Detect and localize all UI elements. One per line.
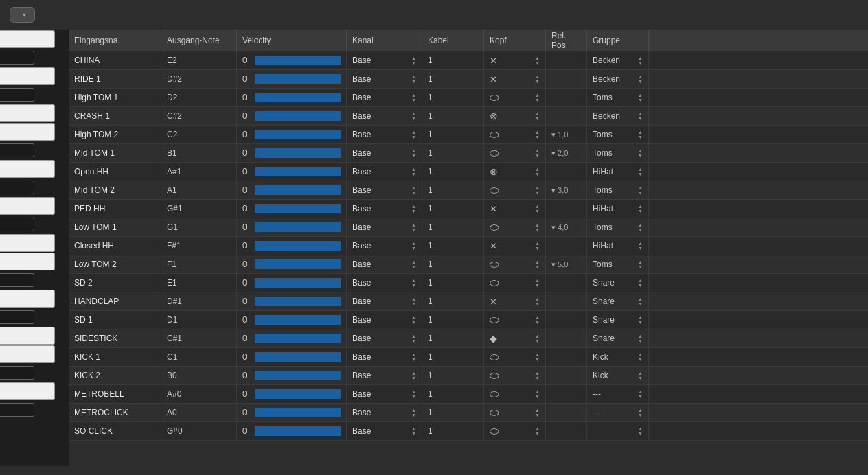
table-row[interactable]: KICK 1 C1 0 Base ▲ ▼ 1 ⬭ ▲ ▼ Kick ▲ ▼ xyxy=(69,348,868,367)
kanal-spinner[interactable]: ▲ ▼ xyxy=(411,204,416,213)
kopf-spinner[interactable]: ▲ ▼ xyxy=(535,371,540,380)
kanal-spinner[interactable]: ▲ ▼ xyxy=(411,241,416,251)
kanal-spinner[interactable]: ▲ ▼ xyxy=(411,148,416,158)
kopf-spinner[interactable]: ▲ ▼ xyxy=(535,185,540,195)
cell-velocity[interactable]: 0 xyxy=(237,311,347,329)
cell-velocity[interactable]: 0 xyxy=(237,348,347,366)
table-row[interactable]: METROBELL A#0 0 Base ▲ ▼ 1 ⬭ ▲ ▼ --- ▲ xyxy=(69,385,868,404)
velocity-bar[interactable] xyxy=(255,297,341,306)
gruppe-spinner[interactable]: ▲ ▼ xyxy=(638,167,643,176)
cell-velocity[interactable]: 0 xyxy=(237,51,347,69)
gruppe-spinner[interactable]: ▲ ▼ xyxy=(638,297,643,306)
kanal-spinner[interactable]: ▲ ▼ xyxy=(411,278,416,288)
table-row[interactable]: Open HH A#1 0 Base ▲ ▼ 1 ⊗ ▲ ▼ HiHat ▲ xyxy=(69,163,868,181)
kopf-spinner[interactable]: ▲ ▼ xyxy=(535,56,540,65)
velocity-bar[interactable] xyxy=(255,56,341,65)
gruppe-spinner[interactable]: ▲ ▼ xyxy=(638,56,643,65)
init-button[interactable]: ▾ xyxy=(10,7,35,23)
kopf-spinner[interactable]: ▲ ▼ xyxy=(535,408,540,417)
gruppe-spinner[interactable]: ▲ ▼ xyxy=(638,352,643,362)
table-row[interactable]: Mid TOM 1 B1 0 Base ▲ ▼ 1 ⬭ ▲ ▼ ▾ 2,0 To… xyxy=(69,144,868,163)
kanal-spinner[interactable]: ▲ ▼ xyxy=(411,259,416,269)
cell-velocity[interactable]: 0 xyxy=(237,385,347,403)
kopf-spinner[interactable]: ▲ ▼ xyxy=(535,204,540,213)
kopf-spinner[interactable]: ▲ ▼ xyxy=(535,315,540,325)
velocity-bar[interactable] xyxy=(255,148,341,158)
gruppe-spinner[interactable]: ▲ ▼ xyxy=(638,334,643,343)
gruppe-spinner[interactable]: ▲ ▼ xyxy=(638,222,643,232)
table-row[interactable]: METROCLICK A0 0 Base ▲ ▼ 1 ⬭ ▲ ▼ --- ▲ xyxy=(69,404,868,422)
kanal-spinner[interactable]: ▲ ▼ xyxy=(411,167,416,176)
table-row[interactable]: CHINA E2 0 Base ▲ ▼ 1 ✕ ▲ ▼ Becken ▲ ▼ xyxy=(69,51,868,70)
kanal-spinner[interactable]: ▲ ▼ xyxy=(411,56,416,65)
cell-velocity[interactable]: 0 xyxy=(237,163,347,181)
gruppe-spinner[interactable]: ▲ ▼ xyxy=(638,241,643,251)
kanal-spinner[interactable]: ▲ ▼ xyxy=(411,111,416,121)
cell-velocity[interactable]: 0 xyxy=(237,404,347,421)
cell-velocity[interactable]: 0 xyxy=(237,422,347,440)
velocity-bar[interactable] xyxy=(255,130,341,139)
table-row[interactable]: Mid TOM 2 A1 0 Base ▲ ▼ 1 ⬭ ▲ ▼ ▾ 3,0 To… xyxy=(69,181,868,200)
gruppe-spinner[interactable]: ▲ ▼ xyxy=(638,74,643,84)
velocity-bar[interactable] xyxy=(255,408,341,417)
table-row[interactable]: High TOM 2 C2 0 Base ▲ ▼ 1 ⬭ ▲ ▼ ▾ 1,0 T… xyxy=(69,126,868,144)
table-row[interactable]: SIDESTICK C#1 0 Base ▲ ▼ 1 ◆ ▲ ▼ Snare ▲ xyxy=(69,329,868,348)
kanal-spinner[interactable]: ▲ ▼ xyxy=(411,222,416,232)
kopf-spinner[interactable]: ▲ ▼ xyxy=(535,278,540,288)
kopf-spinner[interactable]: ▲ ▼ xyxy=(535,111,540,121)
gruppe-spinner[interactable]: ▲ ▼ xyxy=(638,130,643,139)
kanal-spinner[interactable]: ▲ ▼ xyxy=(411,297,416,306)
gruppe-spinner[interactable]: ▲ ▼ xyxy=(638,204,643,213)
cell-velocity[interactable]: 0 xyxy=(237,292,347,310)
table-row[interactable]: SO CLICK G#0 0 Base ▲ ▼ 1 ⬭ ▲ ▼ ▲ ▼ xyxy=(69,422,868,441)
cell-velocity[interactable]: 0 xyxy=(237,181,347,199)
cell-velocity[interactable]: 0 xyxy=(237,107,347,125)
gruppe-spinner[interactable]: ▲ ▼ xyxy=(638,426,643,436)
gruppe-spinner[interactable]: ▲ ▼ xyxy=(638,259,643,269)
velocity-bar[interactable] xyxy=(255,315,341,325)
gruppe-spinner[interactable]: ▲ ▼ xyxy=(638,389,643,399)
kanal-spinner[interactable]: ▲ ▼ xyxy=(411,408,416,417)
cell-velocity[interactable]: 0 xyxy=(237,218,347,236)
cell-velocity[interactable]: 0 xyxy=(237,274,347,292)
kanal-spinner[interactable]: ▲ ▼ xyxy=(411,74,416,84)
velocity-bar[interactable] xyxy=(255,352,341,362)
kopf-spinner[interactable]: ▲ ▼ xyxy=(535,334,540,343)
kopf-spinner[interactable]: ▲ ▼ xyxy=(535,352,540,362)
table-row[interactable]: Low TOM 1 G1 0 Base ▲ ▼ 1 ⬭ ▲ ▼ ▾ 4,0 To… xyxy=(69,218,868,237)
table-row[interactable]: SD 1 D1 0 Base ▲ ▼ 1 ⬭ ▲ ▼ Snare ▲ ▼ xyxy=(69,311,868,329)
gruppe-spinner[interactable]: ▲ ▼ xyxy=(638,408,643,417)
kopf-spinner[interactable]: ▲ ▼ xyxy=(535,241,540,251)
kopf-spinner[interactable]: ▲ ▼ xyxy=(535,74,540,84)
table-row[interactable]: Closed HH F#1 0 Base ▲ ▼ 1 ✕ ▲ ▼ HiHat ▲ xyxy=(69,237,868,255)
gruppe-spinner[interactable]: ▲ ▼ xyxy=(638,185,643,195)
gruppe-spinner[interactable]: ▲ ▼ xyxy=(638,371,643,380)
velocity-bar[interactable] xyxy=(255,371,341,380)
cell-velocity[interactable]: 0 xyxy=(237,70,347,88)
kanal-spinner[interactable]: ▲ ▼ xyxy=(411,315,416,325)
table-row[interactable]: High TOM 1 D2 0 Base ▲ ▼ 1 ⬭ ▲ ▼ Toms ▲ xyxy=(69,89,868,107)
table-row[interactable]: CRASH 1 C#2 0 Base ▲ ▼ 1 ⊗ ▲ ▼ Becken ▲ xyxy=(69,107,868,126)
kanal-spinner[interactable]: ▲ ▼ xyxy=(411,352,416,362)
gruppe-spinner[interactable]: ▲ ▼ xyxy=(638,148,643,158)
cell-velocity[interactable]: 0 xyxy=(237,237,347,255)
table-row[interactable]: KICK 2 B0 0 Base ▲ ▼ 1 ⬭ ▲ ▼ Kick ▲ ▼ xyxy=(69,367,868,385)
table-row[interactable]: PED HH G#1 0 Base ▲ ▼ 1 ✕ ▲ ▼ HiHat ▲ xyxy=(69,200,868,218)
velocity-bar[interactable] xyxy=(255,204,341,213)
velocity-bar[interactable] xyxy=(255,167,341,176)
gruppe-spinner[interactable]: ▲ ▼ xyxy=(638,93,643,102)
table-row[interactable]: HANDCLAP D#1 0 Base ▲ ▼ 1 ✕ ▲ ▼ Snare ▲ xyxy=(69,292,868,311)
velocity-bar[interactable] xyxy=(255,241,341,251)
table-row[interactable]: Low TOM 2 F1 0 Base ▲ ▼ 1 ⬭ ▲ ▼ ▾ 5,0 To… xyxy=(69,255,868,274)
cell-velocity[interactable]: 0 xyxy=(237,126,347,143)
cell-velocity[interactable]: 0 xyxy=(237,367,347,384)
velocity-bar[interactable] xyxy=(255,278,341,288)
kanal-spinner[interactable]: ▲ ▼ xyxy=(411,426,416,436)
kopf-spinner[interactable]: ▲ ▼ xyxy=(535,426,540,436)
velocity-bar[interactable] xyxy=(255,93,341,102)
velocity-bar[interactable] xyxy=(255,259,341,269)
velocity-bar[interactable] xyxy=(255,185,341,195)
velocity-bar[interactable] xyxy=(255,334,341,343)
kopf-spinner[interactable]: ▲ ▼ xyxy=(535,130,540,139)
kanal-spinner[interactable]: ▲ ▼ xyxy=(411,185,416,195)
